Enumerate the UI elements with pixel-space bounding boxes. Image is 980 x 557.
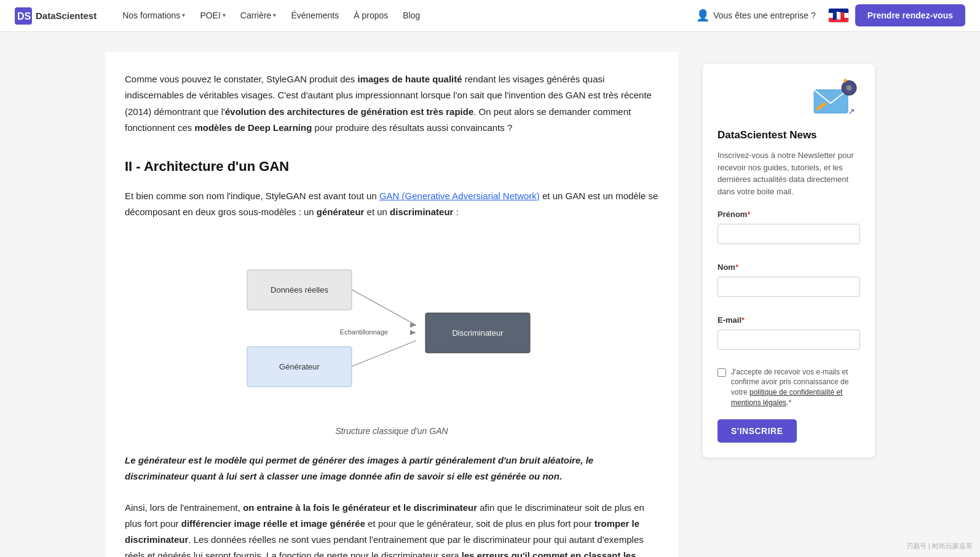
navbar: DS DataScientest Nos formations ▾ POEI ▾…	[0, 0, 980, 32]
svg-text:↗: ↗	[848, 106, 855, 116]
sidebar: ✦ ↗ DataScientest News Inscrivez-vous à …	[703, 64, 875, 457]
newsletter-card: ✦ ↗ DataScientest News Inscrivez-vous à …	[703, 64, 875, 457]
section-heading: II - Architecture d'un GAN	[125, 156, 658, 177]
nom-input[interactable]	[717, 277, 860, 297]
language-selector[interactable]: 🇫🇷	[828, 8, 849, 23]
gan-link[interactable]: GAN (Generative Adversiarial Network)	[379, 191, 540, 201]
prenom-label: Prénom*	[717, 208, 860, 221]
chevron-down-icon: ▾	[273, 10, 276, 20]
consent-row: J'accepte de recevoir vos e-mails et con…	[717, 367, 860, 408]
email-input[interactable]	[717, 330, 860, 350]
nav-item-formations[interactable]: Nos formations ▾	[116, 5, 191, 26]
quote-block: Le générateur est le modèle qui permet d…	[125, 452, 658, 485]
enterprise-link[interactable]: 👤 Vous êtes une entreprise ?	[690, 3, 822, 28]
nav-item-blog[interactable]: Blog	[397, 5, 426, 26]
body-text-2: Ainsi, lors de l'entrainement, on entrai…	[125, 500, 658, 557]
svg-text:Données réelles: Données réelles	[271, 285, 328, 294]
prenom-group: Prénom*	[717, 208, 860, 253]
email-group: E-mail*	[717, 314, 860, 358]
diagram-caption: Structure classique d'un GAN	[335, 424, 448, 438]
nav-right: 👤 Vous êtes une entreprise ? 🇫🇷 Prendre …	[690, 3, 965, 28]
consent-label: J'accepte de recevoir vos e-mails et con…	[731, 367, 860, 408]
svg-line-8	[352, 290, 416, 325]
cta-rendez-vous[interactable]: Prendre rendez-vous	[855, 4, 965, 26]
nom-label: Nom*	[717, 261, 860, 274]
body-text-1: Et bien comme son nom l'indique, StyleGA…	[125, 188, 658, 221]
chevron-down-icon: ▾	[223, 10, 226, 20]
main-content: Comme vous pouvez le constater, StyleGAN…	[105, 52, 678, 557]
svg-line-9	[352, 341, 416, 366]
consent-checkbox[interactable]	[717, 368, 726, 377]
gan-diagram: Données réelles Générateur Discriminateu…	[125, 235, 658, 438]
policy-link[interactable]: politique de confidentialité et mentions…	[731, 388, 842, 407]
logo-text: DataScientest	[36, 9, 97, 23]
sidebar-description: Inscrivez-vous à notre Newsletter pour r…	[717, 149, 860, 197]
sidebar-title: DataScientest News	[717, 127, 860, 143]
logo[interactable]: DS DataScientest	[15, 7, 97, 25]
prenom-input[interactable]	[717, 224, 860, 244]
svg-point-15	[846, 85, 852, 91]
svg-text:Echantillonnage: Echantillonnage	[340, 328, 388, 336]
nav-item-apropos[interactable]: À propos	[347, 5, 394, 26]
svg-text:Générateur: Générateur	[279, 362, 320, 371]
watermark: 刃易号 | 时尚玩家岳哥	[906, 541, 973, 552]
nav-item-carriere[interactable]: Carrière ▾	[234, 5, 283, 26]
newsletter-icon-wrap: ✦ ↗	[717, 79, 860, 122]
nav-item-poei[interactable]: POEI ▾	[194, 5, 231, 26]
submit-button[interactable]: S'INSCRIRE	[717, 419, 797, 443]
nom-group: Nom*	[717, 261, 860, 306]
svg-text:Discriminateur: Discriminateur	[452, 328, 504, 338]
svg-text:DS: DS	[17, 11, 31, 22]
svg-text:✦: ✦	[842, 79, 849, 85]
email-label: E-mail*	[717, 314, 860, 327]
nav-item-evenements[interactable]: Événements	[285, 5, 345, 26]
intro-paragraph: Comme vous pouvez le constater, StyleGAN…	[125, 71, 658, 136]
svg-marker-11	[410, 330, 416, 335]
enterprise-icon: 👤	[696, 7, 709, 25]
nav-links: Nos formations ▾ POEI ▾ Carrière ▾ Événe…	[116, 5, 690, 26]
chevron-down-icon: ▾	[182, 10, 185, 20]
